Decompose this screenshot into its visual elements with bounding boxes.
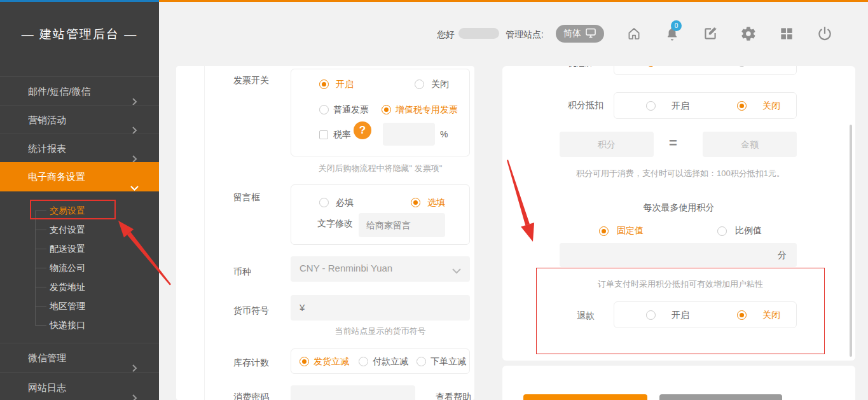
sidebar-item-label: 电子商务设置	[28, 171, 85, 182]
checkbox-tax-rate[interactable]	[319, 130, 328, 139]
radio-message-optional[interactable]	[411, 198, 420, 207]
stock-pay-label[interactable]: 付款立减	[373, 356, 408, 368]
max-points-input[interactable]: 分	[560, 243, 797, 267]
sidebar-item-label: 统计报表	[28, 143, 66, 154]
points-annotation-hint: 订单支付时采用积分抵扣可有效增加用户粘性	[536, 279, 825, 290]
coupon-label: 优惠券	[568, 66, 595, 69]
message-optional-label[interactable]: 选填	[427, 197, 445, 209]
chevron-right-icon	[131, 383, 139, 400]
language-switch-button[interactable]: 简体	[556, 25, 604, 43]
radio-coupon-on[interactable]	[646, 66, 656, 67]
invoice-off-label[interactable]: 关闭	[431, 79, 449, 90]
amount-value-input[interactable]: 金额	[703, 132, 797, 157]
stock-ship-label[interactable]: 发货立减	[313, 356, 349, 368]
currency-label: 币种	[233, 266, 251, 278]
currency-select[interactable]: CNY - Renminbi Yuan	[291, 256, 470, 282]
submenu-item-logistics-company[interactable]: 物流公司	[0, 258, 159, 277]
radio-refund-off[interactable]	[737, 310, 747, 320]
invoice-vat-label[interactable]: 增值税专用发票	[396, 104, 458, 116]
percent-sign: %	[440, 129, 448, 139]
radio-message-required[interactable]	[319, 198, 329, 207]
radio-invoice-vat[interactable]	[382, 105, 391, 114]
tax-rate-input[interactable]	[383, 123, 435, 146]
currency-symbol-input[interactable]: ¥	[291, 295, 470, 321]
notification-badge: 0	[671, 20, 682, 31]
submenu-item-express-interface[interactable]: 快递接口	[0, 315, 159, 334]
radio-stock-pay[interactable]	[359, 357, 368, 366]
radio-fixed-value[interactable]	[599, 226, 609, 236]
sidebar-item-ecommerce-settings[interactable]: 电子商务设置	[0, 162, 159, 191]
consume-password-label: 消费密码	[233, 392, 269, 400]
radio-ratio-value[interactable]	[717, 226, 727, 236]
cancel-button[interactable]	[659, 394, 782, 400]
consume-password-input[interactable]	[291, 385, 415, 400]
points-off-label[interactable]: 关闭	[762, 100, 780, 112]
coupon-on-label[interactable]: 开启	[672, 66, 689, 68]
sidebar-item-label: 网站日志	[28, 382, 66, 393]
sidebar-bottom-menu: 微信管理 网站日志	[0, 343, 159, 400]
refund-options-box: 开启 关闭	[614, 301, 797, 328]
equals-sign: =	[669, 135, 677, 151]
points-on-label[interactable]: 开启	[672, 100, 689, 112]
refund-off-label[interactable]: 关闭	[762, 310, 780, 321]
currency-symbol-hint: 当前站点显示的货币符号	[291, 326, 470, 337]
view-help-link[interactable]: 查看帮助	[436, 392, 471, 400]
gear-icon[interactable]	[740, 25, 757, 42]
radio-invoice-plain[interactable]	[319, 105, 329, 114]
sidebar-item-mail-sms-wechat[interactable]: 邮件/短信/微信	[0, 76, 159, 105]
sidebar-menu: 邮件/短信/微信 营销活动 统计报表 电子商务设置	[0, 76, 159, 191]
coupon-off-label[interactable]: 关闭	[762, 66, 780, 68]
sidebar-item-wechat-management[interactable]: 微信管理	[0, 343, 159, 372]
footer-panel	[502, 366, 855, 400]
submenu-item-shipping-address[interactable]: 发货地址	[0, 277, 159, 296]
sidebar: — 建站管理后台 — 邮件/短信/微信 营销活动 统计报表 电子商务设置 交易设…	[0, 2, 159, 400]
radio-invoice-on[interactable]	[319, 79, 329, 89]
sidebar-item-label: 营销活动	[28, 114, 66, 125]
chevron-down-icon	[452, 265, 461, 277]
message-required-label[interactable]: 必填	[336, 197, 354, 209]
points-deduction-label: 积分抵扣	[568, 100, 603, 111]
submenu-item-delivery-settings[interactable]: 配送设置	[0, 239, 159, 258]
submenu-item-payment-settings[interactable]: 支付设置	[0, 220, 159, 239]
invoice-options-box: 开启 关闭 普通发票 增值税专用发票 税率 ? %	[291, 69, 470, 156]
edit-icon[interactable]	[702, 25, 719, 42]
tax-rate-label: 税率	[333, 129, 351, 141]
radio-points-on[interactable]	[646, 101, 656, 111]
sidebar-item-label: 微信管理	[28, 352, 66, 363]
grid-icon[interactable]	[778, 25, 795, 42]
submenu-item-trade-settings[interactable]: 交易设置	[0, 201, 159, 220]
sidebar-item-marketing[interactable]: 营销活动	[0, 105, 159, 134]
fixed-value-label[interactable]: 固定值	[617, 225, 644, 237]
username-redacted	[458, 28, 499, 39]
currency-value: CNY - Renminbi Yuan	[300, 263, 392, 273]
radio-invoice-off[interactable]	[415, 79, 424, 89]
points-usage-hint: 积分可用于消费，支付时可以选择如：100积分抵扣1元。	[521, 168, 839, 179]
left-form-panel: 发票开关 开启 关闭 普通发票 增值税专用发票 税率 ? % 关闭后购物流程中将…	[176, 66, 474, 400]
ratio-value-label[interactable]: 比例值	[735, 225, 762, 237]
panel-scrollbar[interactable]	[850, 125, 852, 357]
radio-stock-order[interactable]	[417, 357, 426, 366]
save-button[interactable]	[523, 394, 647, 400]
radio-stock-ship[interactable]	[300, 357, 309, 366]
stock-order-label[interactable]: 下单立减	[431, 356, 466, 368]
points-value-input[interactable]: 积分	[560, 132, 654, 157]
language-label: 简体	[563, 28, 581, 39]
sidebar-item-statistics[interactable]: 统计报表	[0, 134, 159, 162]
question-badge-icon[interactable]: ?	[354, 121, 371, 139]
invoice-plain-label[interactable]: 普通发票	[333, 104, 369, 116]
radio-coupon-off[interactable]	[737, 66, 747, 67]
radio-refund-on[interactable]	[646, 310, 656, 320]
message-text-input[interactable]: 给商家留言	[359, 213, 445, 237]
invoice-on-label[interactable]: 开启	[336, 79, 354, 90]
invoice-hint: 关闭后购物流程中将隐藏" 发票项"	[291, 163, 470, 174]
home-icon[interactable]	[626, 25, 642, 42]
power-icon[interactable]	[816, 25, 833, 42]
refund-on-label[interactable]: 开启	[672, 310, 689, 321]
top-strip-orange	[159, 0, 868, 2]
monitor-icon	[585, 27, 596, 40]
submenu-item-region-management[interactable]: 地区管理	[0, 296, 159, 315]
message-box-label: 留言框	[233, 192, 260, 203]
sidebar-item-site-log[interactable]: 网站日志	[0, 372, 159, 400]
refund-label: 退款	[577, 310, 595, 322]
radio-points-off[interactable]	[737, 101, 747, 111]
